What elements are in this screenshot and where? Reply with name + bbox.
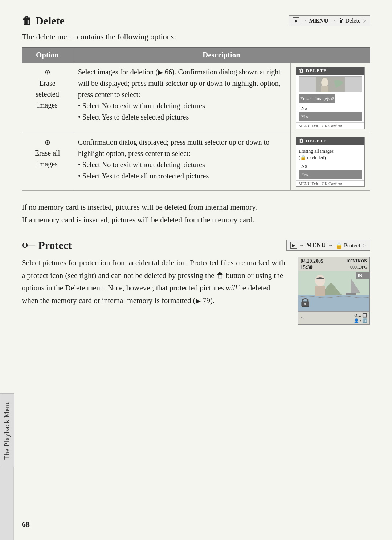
lcd-filename: 0001.JPG [350, 265, 367, 270]
dialog-erase-label-1: Erase 1 image(s)? [299, 94, 335, 103]
dialog-trash-icon-2: 🗑 [299, 138, 304, 144]
table-row: ⊛ Erase allimages Confirmation dialog di… [22, 133, 370, 190]
lcd-image-area: IN [298, 271, 369, 311]
protect-breadcrumb: ▶ → MENU → 🔒 Protect ▷ [286, 240, 370, 251]
option-label-2: Erase allimages [35, 149, 60, 168]
protect-breadcrumb-menu: MENU [306, 242, 326, 249]
delete-section: 🗑 Delete ▶ → MENU → 🗑 Delete ▷ The delet… [22, 15, 370, 191]
description-cell-2: Confirmation dialog displayed; press mul… [73, 133, 291, 190]
protect-breadcrumb-arrow1: → [299, 242, 304, 248]
option-cell-1: ⊛ Eraseselectedimages [22, 63, 73, 133]
lcd-time: 15:30 [301, 265, 313, 270]
lcd-top-bar: 04.20.2005 100NIKON [298, 257, 369, 265]
lcd-time-row: 15:30 0001.JPG [298, 265, 369, 271]
protect-content: Select pictures for protection from acci… [22, 257, 370, 325]
dialog-body-2: Erasing all images (🔒 excluded) No Yes [296, 145, 364, 180]
dialog-cell-2: 🗑 DELETE Erasing all images (🔒 excluded)… [291, 133, 370, 190]
dialog-confirm-1: OK Confirm [322, 124, 342, 128]
breadcrumb-menu-label: MENU [309, 17, 328, 24]
breadcrumb: ▶ → MENU → 🗑 Delete ▷ [289, 15, 370, 26]
lcd-bottom-bar: 〜 OK: 🔲 👤 : 🔢 [298, 311, 369, 324]
protect-breadcrumb-arrow2: → [328, 242, 333, 248]
lcd-folder: 100NIKON [346, 258, 367, 264]
dialog-title-1: 🗑 DELETE [296, 67, 364, 75]
dialog-yes-1: Yes [299, 112, 362, 121]
protect-lock-svg [301, 297, 311, 308]
option-cell-2: ⊛ Erase allimages [22, 133, 73, 190]
breadcrumb-arrow2: → [331, 18, 336, 24]
dialog-exit-1: MENU Exit [299, 124, 318, 128]
page-number: 68 [22, 520, 30, 529]
trash-icon: 🗑 [22, 15, 32, 27]
protect-description: Select pictures for protection from acci… [22, 257, 287, 307]
dialog-title-2: 🗑 DELETE [296, 137, 364, 145]
dialog-box-1: 🗑 DELETE [296, 67, 365, 129]
dialog-title-text-1: DELETE [306, 68, 327, 74]
svg-point-1 [321, 78, 328, 87]
svg-rect-5 [346, 293, 356, 295]
table-row: ⊛ Eraseselectedimages Select images for … [22, 63, 370, 133]
dialog-footer-1: MENU Exit OK Confirm [296, 122, 364, 129]
dialog-title-text-2: DELETE [306, 138, 327, 144]
lcd-icons-left: 〜 [301, 315, 305, 321]
body-line2: If a memory card is inserted, pictures w… [22, 214, 370, 226]
breadcrumb-play-icon: ▶ [293, 17, 299, 24]
protect-breadcrumb-chevron: ▷ [363, 242, 366, 248]
protect-section: O― Protect ▶ → MENU → 🔒 Protect ▷ Select… [22, 239, 370, 325]
dialog-footer-2: MENU Exit OK Confirm [296, 180, 364, 186]
breadcrumb-item-label: 🗑 Delete [338, 17, 360, 24]
dialog-yes-2: Yes [299, 170, 362, 179]
lcd-icon-person: 👤 : 🔢 [354, 318, 367, 323]
dialog-prompt-2: Erasing all images (🔒 excluded) [299, 146, 362, 162]
protect-breadcrumb-item: 🔒 Protect [335, 242, 360, 249]
dialog-box-2: 🗑 DELETE Erasing all images (🔒 excluded)… [296, 137, 365, 187]
delete-header: 🗑 Delete ▶ → MENU → 🗑 Delete ▷ [22, 15, 370, 27]
sidebar-label: The Playback Menu [0, 393, 14, 467]
svg-point-13 [304, 303, 306, 305]
dialog-cell-1: 🗑 DELETE [291, 63, 370, 133]
erase-all-icon: ⊛ [45, 138, 50, 146]
delete-title: 🗑 Delete [22, 15, 65, 27]
protect-title: O― Protect [22, 239, 72, 251]
dialog-confirm-2: OK Confirm [322, 181, 342, 186]
col-option-header: Option [22, 48, 73, 63]
breadcrumb-arrow1: → [302, 18, 307, 24]
lcd-icon-wave: 〜 [301, 315, 305, 321]
svg-rect-9 [315, 286, 325, 296]
dialog-prompt-1: Erase 1 image(s)? [299, 94, 362, 104]
svg-text:IN: IN [358, 273, 362, 278]
dialog-image-1 [299, 76, 362, 92]
protect-icon-overlay [301, 297, 311, 310]
body-text: If no memory card is inserted, pictures … [22, 201, 370, 226]
protect-title-text: Protect [38, 239, 72, 251]
dialog-exit-2: MENU Exit [299, 181, 318, 186]
lcd-icons-right: OK: 🔲 👤 : 🔢 [354, 313, 367, 323]
body-line1: If no memory card is inserted, pictures … [22, 201, 370, 214]
camera-lcd-display: 04.20.2005 100NIKON 15:30 0001.JPG [298, 257, 370, 325]
svg-rect-2 [321, 86, 328, 92]
svg-point-8 [315, 275, 325, 286]
page: The Playback Menu 🗑 Delete ▶ → MENU → 🗑 … [0, 0, 392, 540]
erase-selected-icon: ⊛ [45, 68, 50, 76]
delete-table: Option Description ⊛ Eraseselectedimages… [22, 47, 370, 191]
lcd-date: 04.20.2005 [301, 258, 323, 264]
description-cell-1: Select images for deletion (▶ 66). Confi… [73, 63, 291, 133]
protect-breadcrumb-play: ▶ [290, 242, 297, 249]
dialog-no-2: No [299, 162, 362, 170]
protect-key-icon: O― [22, 241, 34, 250]
protect-header: O― Protect ▶ → MENU → 🔒 Protect ▷ [22, 239, 370, 251]
col-description-header: Description [73, 48, 370, 63]
dialog-no-1: No [299, 104, 362, 113]
delete-subtitle: The delete menu contains the following o… [22, 32, 370, 41]
thumbnail-svg-1 [316, 77, 345, 92]
lcd-ok-icon: OK: 🔲 [354, 313, 367, 318]
delete-title-text: Delete [36, 15, 65, 27]
dialog-body-1: Erase 1 image(s)? No Yes [296, 75, 364, 122]
option-label-1: Eraseselectedimages [36, 79, 59, 109]
breadcrumb-chevron: ▷ [363, 18, 366, 24]
dialog-trash-icon-1: 🗑 [299, 68, 304, 74]
